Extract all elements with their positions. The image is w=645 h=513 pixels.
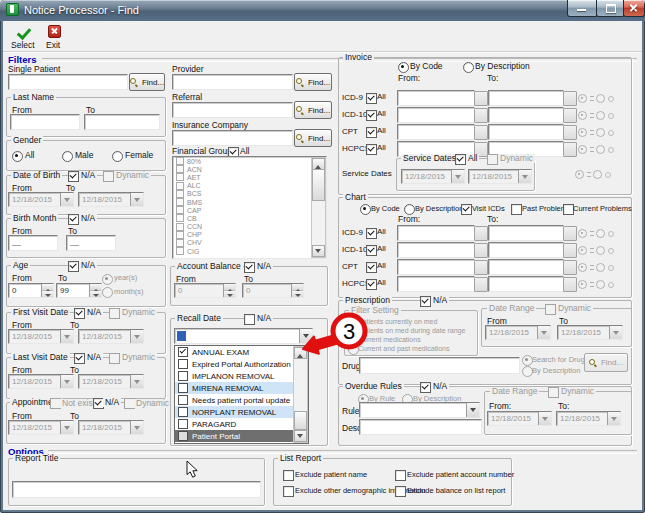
birth-month-from-input[interactable]: __ (8, 235, 58, 251)
chart-icd10-all-checkbox[interactable] (366, 245, 377, 256)
provider-input[interactable] (172, 74, 293, 90)
single-patient-input[interactable] (8, 74, 128, 90)
chart-hcpcs-all-checkbox[interactable] (366, 279, 377, 290)
option-checkbox[interactable] (178, 431, 188, 441)
provider-find-button[interactable]: Find... (294, 73, 332, 91)
chart-hcpcs-to-input[interactable] (488, 276, 564, 292)
financial-group-listbox[interactable]: 80% ACN AET ALC BCS BMS CAP CB CCN CHP C… (172, 156, 327, 259)
dropdown-option[interactable]: IMPLANON REMOVAL (175, 370, 308, 382)
chart-cpt-all-checkbox[interactable] (366, 262, 377, 273)
overdue-na-checkbox[interactable] (420, 382, 431, 393)
birth-month-to-input[interactable]: __ (66, 235, 116, 251)
option-checkbox[interactable] (178, 395, 188, 405)
dropdown-arrow-icon[interactable] (299, 329, 312, 343)
invoice-by-description-radio[interactable] (463, 62, 474, 73)
report-title-input[interactable] (12, 481, 261, 498)
browse-button[interactable] (474, 260, 488, 275)
browse-button[interactable] (563, 277, 577, 292)
invoice-cpt-to-input[interactable] (488, 124, 564, 140)
close-button[interactable] (623, 0, 645, 17)
dropdown-option[interactable]: NORPLANT REMOVAL (175, 406, 308, 418)
chart-by-code-radio[interactable] (360, 204, 371, 215)
chart-icd9-all-checkbox[interactable] (366, 228, 377, 239)
last-name-from-input[interactable] (10, 114, 80, 130)
browse-button[interactable] (474, 226, 488, 241)
dob-na-checkbox[interactable] (68, 171, 79, 182)
browse-button[interactable] (474, 277, 488, 292)
invoice-icd10-from-input[interactable] (397, 107, 475, 123)
scrollbar-thumb[interactable] (312, 169, 325, 201)
browse-button[interactable] (563, 260, 577, 275)
browse-button[interactable] (563, 226, 577, 241)
dropdown-option[interactable]: Expired Portal Authorization (175, 358, 308, 370)
exclude-demographics-checkbox[interactable] (283, 486, 294, 497)
account-balance-na-checkbox[interactable] (244, 262, 255, 273)
chart-icd9-to-input[interactable] (488, 225, 564, 241)
browse-button[interactable] (474, 91, 488, 106)
first-visit-na-checkbox[interactable] (74, 308, 85, 319)
invoice-hcpcs-all-checkbox[interactable] (366, 144, 377, 155)
option-checkbox[interactable] (178, 419, 188, 429)
age-to-spinner[interactable]: 99 (56, 283, 102, 298)
age-from-spinner[interactable]: 0 (8, 283, 54, 298)
dropdown-scrollbar[interactable] (293, 346, 308, 443)
browse-button[interactable] (474, 125, 488, 140)
chart-icd10-to-input[interactable] (488, 242, 564, 258)
option-checkbox[interactable] (178, 407, 188, 417)
referral-input[interactable] (172, 102, 293, 118)
exclude-balance-checkbox[interactable] (395, 486, 406, 497)
chart-icd10-from-input[interactable] (397, 242, 475, 258)
insurance-find-button[interactable]: Find... (294, 129, 332, 147)
option-checkbox[interactable] (178, 347, 188, 357)
gender-male-radio[interactable] (62, 151, 73, 162)
browse-button[interactable] (563, 125, 577, 140)
minimize-button[interactable] (567, 0, 598, 17)
invoice-icd10-to-input[interactable] (488, 107, 564, 123)
last-visit-na-checkbox[interactable] (74, 353, 85, 364)
dropdown-arrow-icon[interactable] (466, 403, 479, 417)
option-checkbox[interactable] (178, 383, 188, 393)
invoice-icd9-to-input[interactable] (488, 90, 564, 106)
browse-button[interactable] (563, 91, 577, 106)
scrollbar-thumb[interactable] (294, 411, 307, 430)
exclude-account-number-checkbox[interactable] (395, 470, 406, 481)
insurance-input[interactable] (172, 130, 293, 146)
select-button[interactable]: Select (8, 24, 44, 51)
maximize-button[interactable] (596, 0, 625, 17)
dropdown-option[interactable]: MIRENA REMOVAL (175, 382, 308, 394)
option-checkbox[interactable] (178, 359, 188, 369)
recall-date-combobox[interactable] (174, 328, 313, 344)
desc-input[interactable] (359, 419, 482, 435)
dropdown-option[interactable]: PARAGARD (175, 418, 308, 430)
birth-month-na-checkbox[interactable] (68, 214, 79, 225)
dropdown-option-highlighted[interactable]: Patient Portal (175, 430, 308, 442)
invoice-cpt-from-input[interactable] (397, 124, 475, 140)
chart-cpt-to-input[interactable] (488, 259, 564, 275)
last-name-to-input[interactable] (84, 114, 160, 130)
chart-visit-icds-checkbox[interactable] (461, 204, 472, 215)
chart-icd9-from-input[interactable] (397, 225, 475, 241)
prescription-na-checkbox[interactable] (420, 296, 431, 307)
service-dates-all-checkbox[interactable] (455, 154, 466, 165)
financial-group-scrollbar[interactable] (311, 157, 326, 258)
single-patient-find-button[interactable]: Find... (129, 73, 165, 91)
dropdown-option[interactable]: Needs patient portal update (175, 394, 308, 406)
browse-button[interactable] (563, 243, 577, 258)
exit-button[interactable]: Exit (45, 24, 73, 51)
invoice-icd9-all-checkbox[interactable] (366, 93, 377, 104)
rule-combobox[interactable] (359, 402, 480, 418)
chart-cpt-from-input[interactable] (397, 259, 475, 275)
browse-button[interactable] (474, 108, 488, 123)
age-na-checkbox[interactable] (68, 261, 79, 272)
invoice-by-code-radio[interactable] (398, 62, 409, 73)
gender-all-radio[interactable] (12, 151, 23, 162)
chart-past-problems-checkbox[interactable] (511, 204, 522, 215)
invoice-icd9-from-input[interactable] (397, 90, 475, 106)
dropdown-option[interactable]: ANNUAL EXAM (175, 346, 308, 358)
invoice-cpt-all-checkbox[interactable] (366, 127, 377, 138)
browse-button[interactable] (563, 108, 577, 123)
browse-button[interactable] (474, 243, 488, 258)
exclude-patient-name-checkbox[interactable] (283, 470, 294, 481)
chart-hcpcs-from-input[interactable] (397, 276, 475, 292)
invoice-icd10-all-checkbox[interactable] (366, 110, 377, 121)
